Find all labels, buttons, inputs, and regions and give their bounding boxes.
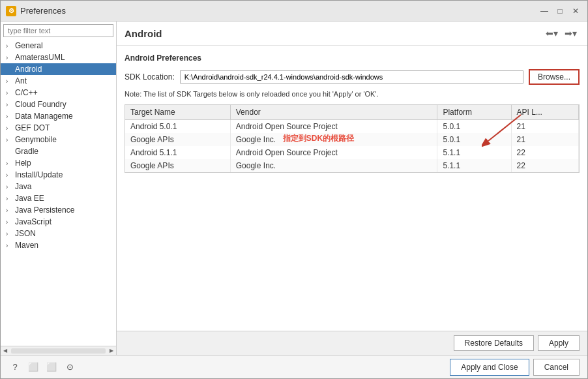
sidebar-item-help[interactable]: › Help <box>1 157 116 169</box>
sdk-row: SDK Location: Browse... <box>125 69 580 85</box>
content-area: Android ⬅▾ ➡▾ Android Preferences SDK Lo… <box>117 22 587 355</box>
cell-platform: 5.1.1 <box>437 159 511 172</box>
forward-button[interactable]: ➡▾ <box>562 27 580 40</box>
minimize-button[interactable]: — <box>538 5 551 18</box>
sidebar-item-general[interactable]: › General <box>1 40 116 52</box>
table-row: Android 5.0.1 Android Open Source Projec… <box>125 120 579 134</box>
tree-arrow: › <box>6 125 15 132</box>
sidebar-item-amaterasuml[interactable]: › AmaterasUML <box>1 52 116 63</box>
maximize-button[interactable]: □ <box>553 5 566 18</box>
col-platform: Platform <box>437 105 511 120</box>
table-row: Google APIs Google Inc. 5.1.1 22 <box>125 159 579 172</box>
sidebar-item-label: C/C++ <box>15 88 38 97</box>
sidebar-item-label: Android <box>15 65 42 74</box>
cell-vendor: Android Open Source Project <box>230 146 437 159</box>
restore-defaults-button[interactable]: Restore Defaults <box>454 335 534 351</box>
sidebar-item-javaee[interactable]: › Java EE <box>1 192 116 204</box>
cell-target: Android 5.1.1 <box>125 146 230 159</box>
sidebar-item-label: GEF DOT <box>15 123 50 132</box>
tree-arrow: › <box>6 54 15 61</box>
page-title: Android <box>125 28 162 39</box>
sidebar-item-gefdot[interactable]: › GEF DOT <box>1 122 116 134</box>
sidebar-item-label: Cloud Foundry <box>15 100 66 109</box>
export-icon[interactable]: ⬜ <box>27 361 40 374</box>
sidebar-item-label: Data Manageme <box>15 112 73 121</box>
window-title: Preferences <box>20 6 66 16</box>
cell-target: Google APIs <box>125 133 230 146</box>
cell-target: Google APIs <box>125 159 230 172</box>
sidebar-item-maven[interactable]: › Maven <box>1 239 116 251</box>
back-button[interactable]: ⬅▾ <box>543 27 561 40</box>
note-text: Note: The list of SDK Targets below is o… <box>125 90 580 98</box>
tree-arrow: › <box>6 113 15 120</box>
chinese-annotation: 指定到SDK的根路径 <box>283 133 354 144</box>
sidebar-item-label: Genymobile <box>15 135 57 144</box>
cell-vendor: Android Open Source Project <box>230 120 437 134</box>
cell-vendor: Google Inc. 指定到SDK的根路径 <box>230 133 437 146</box>
help-icon[interactable]: ? <box>8 361 22 374</box>
sidebar-item-json[interactable]: › JSON <box>1 228 116 239</box>
sidebar-item-label: Java EE <box>15 194 44 203</box>
sidebar-item-label: Maven <box>15 241 38 250</box>
close-button[interactable]: ✕ <box>569 5 582 18</box>
sidebar-item-label: Gradle <box>15 147 38 156</box>
sidebar-item-cpp[interactable]: › C/C++ <box>1 87 116 99</box>
sidebar-item-label: JavaScript <box>15 217 51 226</box>
cell-vendor: Google Inc. <box>230 159 437 172</box>
cancel-button[interactable]: Cancel <box>533 359 580 376</box>
preferences-window: ⚙ Preferences — □ ✕ › General › Amateras… <box>0 0 588 379</box>
sidebar-item-gradle[interactable]: Gradle <box>1 145 116 157</box>
cell-platform: 5.0.1 <box>437 120 511 134</box>
sidebar-item-label: AmaterasUML <box>15 53 65 62</box>
sidebar-item-ant[interactable]: › Ant <box>1 75 116 87</box>
table-row: Android 5.1.1 Android Open Source Projec… <box>125 146 579 159</box>
table-header-row: Target Name Vendor Platform API L... <box>125 105 579 120</box>
sdk-input[interactable] <box>180 70 523 83</box>
browse-button[interactable]: Browse... <box>529 69 580 85</box>
sidebar-item-label: Install/Update <box>15 170 63 179</box>
sidebar-item-android[interactable]: Android <box>1 63 116 75</box>
cell-api: 22 <box>511 146 578 159</box>
cell-platform: 5.1.1 <box>437 146 511 159</box>
scroll-right-button[interactable]: ▶ <box>107 346 116 356</box>
tree-arrow: › <box>6 183 15 190</box>
inner-content: Android Preferences SDK Location: Browse… <box>117 46 587 331</box>
import-icon[interactable]: ⬜ <box>45 361 58 374</box>
sidebar-item-label: General <box>15 41 43 50</box>
main-content: › General › AmaterasUML Android › Ant › <box>1 22 587 355</box>
scroll-left-button[interactable]: ◀ <box>1 346 10 356</box>
window-icon: ⚙ <box>6 6 16 16</box>
col-api: API L... <box>511 105 578 120</box>
scroll-track <box>11 348 106 354</box>
filter-input[interactable] <box>3 24 113 37</box>
settings-icon[interactable]: ⊙ <box>63 361 76 374</box>
nav-buttons: ⬅▾ ➡▾ <box>543 27 580 40</box>
sidebar-item-javascript[interactable]: › JavaScript <box>1 216 116 228</box>
tree-arrow: › <box>6 172 15 179</box>
tree-container: › General › AmaterasUML Android › Ant › <box>1 40 116 346</box>
content-header: Android ⬅▾ ➡▾ <box>117 22 587 46</box>
sidebar-item-datamanagement[interactable]: › Data Manageme <box>1 110 116 122</box>
apply-and-close-button[interactable]: Apply and Close <box>450 359 529 376</box>
tree-arrow: › <box>6 219 15 226</box>
cell-api: 21 <box>511 120 578 134</box>
col-target-name: Target Name <box>125 105 230 120</box>
sidebar-item-cloudfoundry[interactable]: › Cloud Foundry <box>1 99 116 110</box>
sdk-table: Target Name Vendor Platform API L... And… <box>125 105 579 172</box>
footer-right-buttons: Apply and Close Cancel <box>450 359 580 376</box>
sidebar-item-label: Ant <box>15 76 27 85</box>
col-vendor: Vendor <box>230 105 437 120</box>
tree-arrow: › <box>6 89 15 97</box>
sidebar-item-java[interactable]: › Java <box>1 181 116 192</box>
sidebar-item-genymobile[interactable]: › Genymobile <box>1 134 116 145</box>
tree-arrow: › <box>6 42 15 50</box>
sidebar-item-installupdate[interactable]: › Install/Update <box>1 169 116 181</box>
sdk-table-container: Target Name Vendor Platform API L... And… <box>125 104 580 173</box>
section-title: Android Preferences <box>125 53 580 63</box>
tree-arrow: › <box>6 230 15 237</box>
tree-arrow: › <box>6 242 15 249</box>
apply-button[interactable]: Apply <box>538 335 580 351</box>
sidebar-item-javapersistence[interactable]: › Java Persistence <box>1 204 116 216</box>
table-row: Google APIs Google Inc. 指定到SDK的根路径 5.0.1… <box>125 133 579 146</box>
sidebar-item-label: Java Persistence <box>15 205 74 215</box>
